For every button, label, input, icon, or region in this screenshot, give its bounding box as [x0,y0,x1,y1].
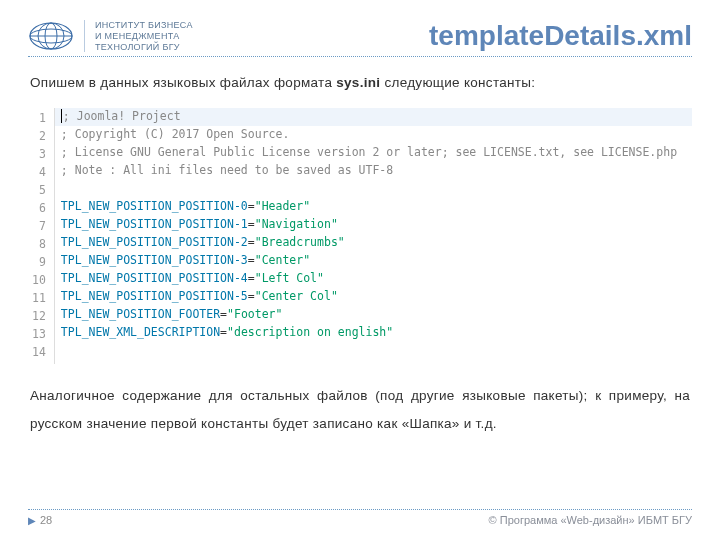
code-line: ; License GNU General Public License ver… [55,144,692,162]
line-number: 11 [32,290,46,308]
code-token: = [220,325,227,339]
line-number: 7 [32,218,46,236]
globe-logo-icon [28,21,74,51]
code-token: ; License GNU General Public License ver… [61,145,677,159]
code-token: ; Copyright (C) 2017 Open Source. [61,127,289,141]
code-token: = [248,271,255,285]
code-token: TPL_NEW_POSITION_POSITION-5 [61,289,248,303]
line-number: 8 [32,236,46,254]
line-number: 12 [32,308,46,326]
code-token: TPL_NEW_POSITION_POSITION-4 [61,271,248,285]
code-token: "Header" [255,199,310,213]
intro-text: Опишем в данных языковых файлах формата [30,75,336,90]
code-line: TPL_NEW_POSITION_POSITION-4="Left Col" [55,270,692,288]
code-token: = [248,289,255,303]
code-line: TPL_NEW_POSITION_FOOTER="Footer" [55,306,692,324]
line-number: 13 [32,326,46,344]
code-gutter: 1234567891011121314 [28,108,55,364]
code-line: TPL_NEW_XML_DESCRIPTION="description on … [55,324,692,342]
intro-bold: sys.ini [336,75,380,90]
code-token: TPL_NEW_POSITION_POSITION-3 [61,253,248,267]
intro-text: следующие константы: [380,75,535,90]
copyright: © Программа «Web-дизайн» ИБМТ БГУ [489,514,692,526]
org-line: И МЕНЕДЖМЕНТА [95,31,193,42]
page-arrow-icon: ▶ [28,515,36,526]
line-number: 1 [32,110,46,128]
code-token: TPL_NEW_POSITION_POSITION-0 [61,199,248,213]
page-number: ▶28 [28,514,52,526]
line-number: 5 [32,182,46,200]
code-line: ; Joomla! Project [55,108,692,126]
code-line [55,342,692,360]
line-number: 14 [32,344,46,362]
code-token: = [248,217,255,231]
slide-footer: ▶28 © Программа «Web-дизайн» ИБМТ БГУ [28,509,692,526]
code-token: "Footer" [227,307,282,321]
code-token: ; Joomla! Project [63,109,181,123]
org-line: ТЕХНОЛОГИЙ БГУ [95,42,193,53]
code-token: "Left Col" [255,271,324,285]
code-token: "Breadcrumbs" [255,235,345,249]
code-token: = [248,235,255,249]
code-line: ; Note : All ini files need to be saved … [55,162,692,180]
code-line: TPL_NEW_POSITION_POSITION-1="Navigation" [55,216,692,234]
outro-paragraph: Аналогичное содержание для остальных фай… [30,382,690,439]
code-token: "Center" [255,253,310,267]
code-token: "Navigation" [255,217,338,231]
code-line: TPL_NEW_POSITION_POSITION-3="Center" [55,252,692,270]
code-line: TPL_NEW_POSITION_POSITION-5="Center Col" [55,288,692,306]
line-number: 10 [32,272,46,290]
code-token: "Center Col" [255,289,338,303]
code-token: = [220,307,227,321]
code-line: TPL_NEW_POSITION_POSITION-2="Breadcrumbs… [55,234,692,252]
code-token: "description on english" [227,325,393,339]
line-number: 9 [32,254,46,272]
logo-block: ИНСТИТУТ БИЗНЕСА И МЕНЕДЖМЕНТА ТЕХНОЛОГИ… [28,20,193,52]
slide: ИНСТИТУТ БИЗНЕСА И МЕНЕДЖМЕНТА ТЕХНОЛОГИ… [0,0,720,540]
line-number: 2 [32,128,46,146]
page-title: templateDetails.xml [429,20,692,52]
org-name: ИНСТИТУТ БИЗНЕСА И МЕНЕДЖМЕНТА ТЕХНОЛОГИ… [84,20,193,52]
page-number-value: 28 [40,514,52,526]
code-token: = [248,253,255,267]
code-token: TPL_NEW_POSITION_FOOTER [61,307,220,321]
org-line: ИНСТИТУТ БИЗНЕСА [95,20,193,31]
code-token: TPL_NEW_XML_DESCRIPTION [61,325,220,339]
line-number: 6 [32,200,46,218]
code-line [55,180,692,198]
code-token: TPL_NEW_POSITION_POSITION-1 [61,217,248,231]
code-token: = [248,199,255,213]
code-token: ; Note : All ini files need to be saved … [61,163,393,177]
line-number: 4 [32,164,46,182]
code-block: 1234567891011121314 ; Joomla! Project; C… [28,108,692,364]
code-body: ; Joomla! Project; Copyright (C) 2017 Op… [55,108,692,364]
slide-header: ИНСТИТУТ БИЗНЕСА И МЕНЕДЖМЕНТА ТЕХНОЛОГИ… [28,20,692,57]
code-line: TPL_NEW_POSITION_POSITION-0="Header" [55,198,692,216]
line-number: 3 [32,146,46,164]
code-line: ; Copyright (C) 2017 Open Source. [55,126,692,144]
text-cursor [61,109,62,123]
intro-paragraph: Опишем в данных языковых файлах формата … [30,69,690,97]
code-token: TPL_NEW_POSITION_POSITION-2 [61,235,248,249]
